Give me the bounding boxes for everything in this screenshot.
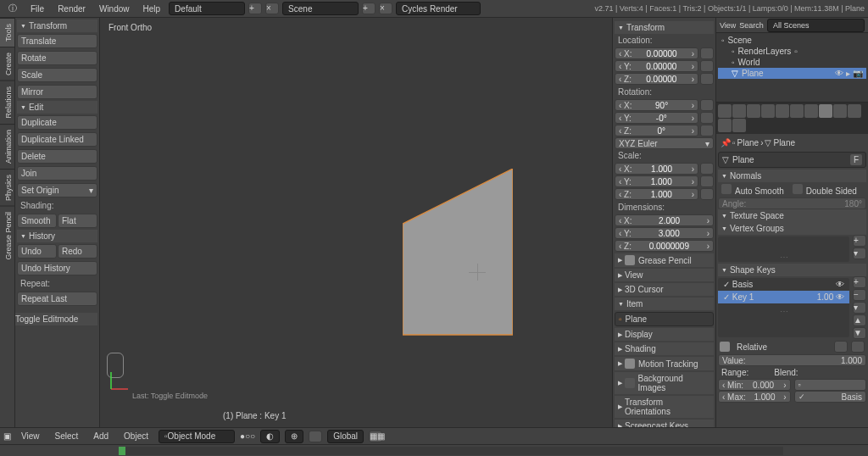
duplicate-button[interactable]: Duplicate: [17, 115, 97, 130]
tree-scene[interactable]: ◦ Scene: [718, 35, 866, 46]
vtab-physics[interactable]: Physics: [0, 169, 14, 206]
3d-viewport[interactable]: Front Ortho Last: Toggle Editmode (1) Pl…: [100, 18, 612, 427]
loc-y-field[interactable]: ‹ Y:0.00000›: [615, 60, 698, 72]
scale-lock-icon[interactable]: [700, 188, 714, 200]
layout-add-icon[interactable]: +: [248, 3, 262, 14]
mesh-name-field[interactable]: ▽ F: [718, 152, 866, 168]
rot-lock-icon[interactable]: [700, 99, 714, 111]
shape-keys-header[interactable]: Shape Keys: [718, 264, 866, 276]
menu-render[interactable]: Render: [53, 3, 91, 15]
render-tab-icon[interactable]: [718, 104, 732, 118]
mode-dropdown[interactable]: ▫ Object Mode: [159, 430, 235, 443]
vertex-groups-list[interactable]: ⋯: [718, 236, 849, 262]
blend-vgroup-field[interactable]: ▫: [794, 379, 867, 391]
tree-world[interactable]: ◦ World: [718, 57, 866, 68]
physics-tab-icon[interactable]: [732, 119, 746, 132]
pivot-dropdown[interactable]: ⊕: [285, 430, 303, 443]
undo-history-button[interactable]: Undo History: [17, 261, 97, 275]
outliner-filter-dropdown[interactable]: All Scenes: [767, 19, 865, 32]
screencast-keys-header[interactable]: Screencast Keys: [615, 420, 714, 427]
mesh-name-input[interactable]: [732, 155, 847, 164]
shapekey-down-icon[interactable]: ▼: [853, 327, 866, 339]
relative-checkbox[interactable]: [720, 342, 730, 352]
scale-lock-icon[interactable]: [700, 163, 714, 175]
scale-x-field[interactable]: ‹ X:1.000›: [615, 163, 698, 175]
rot-y-field[interactable]: ‹ Y:-0°›: [615, 112, 698, 124]
render-engine-dropdown[interactable]: Cycles Render: [396, 2, 481, 15]
transform-orientations-header[interactable]: Transform Orientations: [615, 396, 714, 418]
shape-key-key1[interactable]: ✓ Key 11.00 👁: [718, 291, 849, 303]
n-transform-header[interactable]: Transform: [615, 21, 714, 34]
world-tab-icon[interactable]: [761, 104, 775, 118]
texture-space-header[interactable]: Texture Space: [718, 209, 866, 222]
redo-button[interactable]: Redo: [58, 244, 97, 259]
tree-renderlayers[interactable]: ◦ RenderLayers ▫: [718, 46, 866, 57]
loc-lock-icon[interactable]: [700, 47, 714, 59]
shapekey-menu-icon[interactable]: ▾: [853, 302, 866, 314]
vtab-grease-pencil[interactable]: Grease Pencil: [0, 206, 14, 265]
data-tab-icon[interactable]: [819, 104, 832, 118]
rot-lock-icon[interactable]: [700, 125, 714, 136]
shapekey-remove-icon[interactable]: −: [853, 289, 866, 301]
cursor-panel-header[interactable]: 3D Cursor: [615, 283, 714, 296]
dim-x-field[interactable]: ‹ X:2.000›: [615, 214, 714, 226]
item-panel-header[interactable]: Item: [615, 298, 714, 310]
select-menu[interactable]: Select: [50, 430, 84, 442]
screen-layout-dropdown[interactable]: Default: [169, 2, 245, 15]
scene-tab-icon[interactable]: [747, 104, 760, 118]
pin-icon[interactable]: 📌: [721, 138, 731, 147]
dim-z-field[interactable]: ‹ Z:0.0000009›: [615, 240, 714, 252]
render-layers-tab-icon[interactable]: [732, 104, 746, 118]
orientation-dropdown[interactable]: Global: [327, 430, 364, 443]
view-menu[interactable]: View: [16, 430, 45, 442]
layers-icon[interactable]: ▦▦: [369, 431, 382, 442]
modifiers-tab-icon[interactable]: [804, 104, 818, 118]
angle-field[interactable]: Angle:180°: [718, 197, 866, 209]
loc-x-field[interactable]: ‹ X:0.00000›: [615, 47, 698, 59]
undo-button[interactable]: Undo: [17, 244, 57, 259]
shapekey-pin-icon[interactable]: [834, 341, 848, 353]
transform-header[interactable]: Transform: [17, 19, 97, 32]
constraints-tab-icon[interactable]: [790, 104, 804, 118]
rotation-mode-dropdown[interactable]: XYZ Euler▾: [615, 137, 714, 149]
menu-help[interactable]: Help: [138, 3, 166, 15]
vtab-tools[interactable]: Tools: [0, 18, 14, 47]
normals-header[interactable]: Normals: [718, 170, 866, 182]
mesh-plane-shape[interactable]: [403, 169, 513, 338]
menu-file[interactable]: File: [25, 3, 49, 15]
vgroup-add-icon[interactable]: +: [853, 235, 866, 247]
editor-type-icon[interactable]: ▣: [3, 431, 11, 441]
material-tab-icon[interactable]: [833, 104, 847, 118]
delete-button[interactable]: Delete: [17, 149, 97, 164]
join-button[interactable]: Join: [17, 166, 97, 181]
motion-tracking-header[interactable]: Motion Tracking: [615, 357, 714, 370]
rot-x-field[interactable]: ‹ X:90°›: [615, 99, 698, 111]
object-menu[interactable]: Object: [119, 430, 153, 442]
scale-button[interactable]: Scale: [17, 68, 97, 82]
shapekey-add-icon[interactable]: +: [853, 276, 866, 288]
range-max-field[interactable]: ‹ Max:1.000›: [718, 391, 791, 403]
tree-plane[interactable]: ▽ Plane 👁 ▸ 📷: [718, 68, 866, 79]
vtab-create[interactable]: Create: [0, 47, 14, 81]
vgroup-menu-icon[interactable]: ▾: [853, 247, 866, 259]
last-operator-header[interactable]: Toggle Editmode: [15, 313, 97, 325]
rotate-button[interactable]: Rotate: [17, 51, 97, 65]
repeat-last-button[interactable]: Repeat Last: [17, 292, 97, 306]
range-min-field[interactable]: ‹ Min:0.000›: [718, 379, 791, 391]
dim-y-field[interactable]: ‹ Y:3.000›: [615, 227, 714, 239]
manipulator-toggle[interactable]: [309, 431, 322, 442]
vtab-animation[interactable]: Animation: [0, 124, 14, 169]
scene-remove-icon[interactable]: ×: [379, 3, 392, 14]
history-header[interactable]: History: [17, 230, 97, 242]
scale-z-field[interactable]: ‹ Z:1.000›: [615, 188, 698, 200]
blender-icon[interactable]: ⓘ: [3, 1, 22, 16]
layout-remove-icon[interactable]: ×: [265, 3, 279, 14]
shape-key-basis[interactable]: ✓ Basis👁: [718, 278, 849, 291]
scale-lock-icon[interactable]: [700, 175, 714, 187]
set-origin-button[interactable]: Set Origin▾: [17, 183, 97, 197]
view-panel-header[interactable]: View: [615, 269, 714, 281]
loc-lock-icon[interactable]: [700, 73, 714, 85]
translate-button[interactable]: Translate: [17, 34, 97, 48]
rot-lock-icon[interactable]: [700, 112, 714, 124]
blend-basis-field[interactable]: ✓ Basis: [794, 391, 867, 403]
